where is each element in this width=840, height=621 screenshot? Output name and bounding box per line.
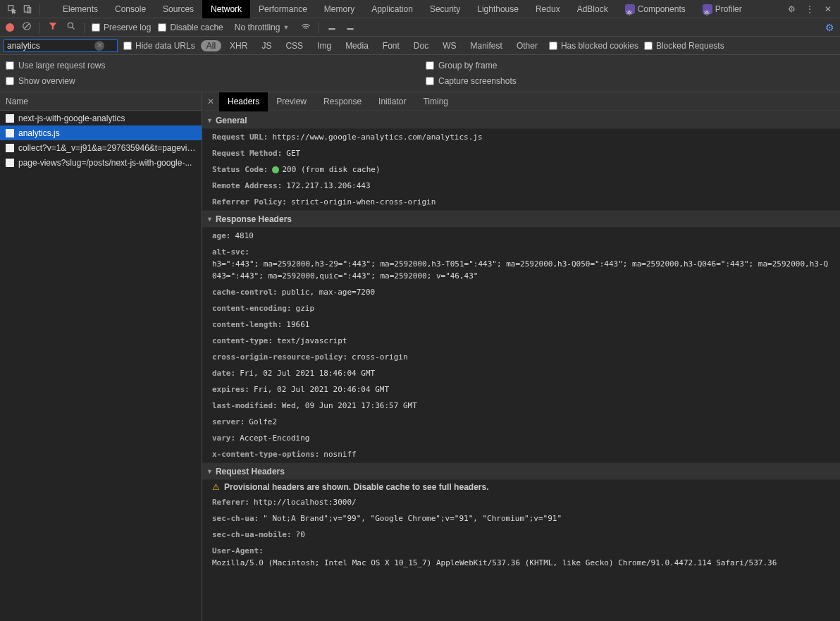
- device-toolbar-icon[interactable]: [20, 1, 35, 17]
- main-split: Name next-js-with-google-analyticsanalyt…: [0, 92, 840, 621]
- svg-line-4: [25, 24, 30, 29]
- header-value: 19661: [286, 319, 309, 331]
- panel-tab-redux[interactable]: Redux: [527, 0, 569, 18]
- throttling-dropdown[interactable]: No throttling▼: [230, 23, 294, 32]
- panel-tab-elements[interactable]: Elements: [54, 0, 106, 18]
- warning-icon: ⚠: [212, 482, 220, 492]
- file-icon: [6, 129, 14, 137]
- panel-tab-security[interactable]: Security: [421, 0, 469, 18]
- section-header[interactable]: ▼General: [202, 111, 840, 129]
- request-row[interactable]: analytics.js: [0, 125, 202, 140]
- filter-icon[interactable]: [47, 21, 58, 33]
- header-value: h3=":443"; ma=2592000,h3-29=":443"; ma=2…: [212, 258, 830, 282]
- header-key: Request Method:: [212, 147, 282, 159]
- network-toolbar: Preserve log Disable cache No throttling…: [0, 18, 840, 37]
- header-value: http://localhost:3000/: [254, 496, 357, 508]
- header-value: 4810: [235, 230, 254, 242]
- panel-tab-memory[interactable]: Memory: [316, 0, 363, 18]
- has-blocked-cookies-checkbox[interactable]: Has blocked cookies: [549, 41, 638, 51]
- type-filter-ws[interactable]: WS: [437, 40, 462, 51]
- search-icon[interactable]: [66, 21, 77, 33]
- header-key: Status Code:: [212, 164, 268, 176]
- detail-tab-timing[interactable]: Timing: [414, 92, 457, 111]
- header-value: 200 (from disk cache): [272, 164, 380, 176]
- header-row: Remote Address:172.217.13.206:443: [202, 178, 840, 194]
- large-rows-checkbox[interactable]: Use large request rows: [6, 58, 414, 73]
- type-filter-other[interactable]: Other: [511, 40, 543, 51]
- header-row: last-modified:Wed, 09 Jun 2021 17:36:57 …: [202, 398, 840, 414]
- request-row[interactable]: page-views?slug=/posts/next-js-with-goog…: [0, 155, 202, 170]
- group-by-frame-checkbox[interactable]: Group by frame: [426, 58, 834, 73]
- panel-tab-lighthouse[interactable]: Lighthouse: [469, 0, 527, 18]
- type-filter-font[interactable]: Font: [377, 40, 405, 51]
- header-key: User-Agent:: [212, 545, 264, 557]
- panel-tab-application[interactable]: Application: [363, 0, 421, 18]
- type-filter-doc[interactable]: Doc: [408, 40, 434, 51]
- network-settings-icon[interactable]: ⚙: [825, 22, 834, 33]
- detail-tab-headers[interactable]: Headers: [219, 92, 268, 111]
- panel-tab-sources[interactable]: Sources: [154, 0, 202, 18]
- panel-tab-console[interactable]: Console: [106, 0, 154, 18]
- react-icon: [703, 4, 712, 14]
- detail-tab-initiator[interactable]: Initiator: [370, 92, 414, 111]
- header-value: cross-origin: [352, 351, 407, 363]
- type-filter-img[interactable]: Img: [311, 40, 337, 51]
- clear-filter-icon[interactable]: ✕: [94, 41, 104, 51]
- disclosure-triangle-icon: ▼: [206, 117, 213, 124]
- close-detail-icon[interactable]: ✕: [202, 97, 219, 106]
- type-filter-css[interactable]: CSS: [280, 40, 309, 51]
- settings-icon[interactable]: ⚙: [785, 4, 798, 14]
- type-filter-all[interactable]: All: [201, 40, 221, 51]
- more-icon[interactable]: ⋮: [803, 4, 816, 14]
- type-filter-xhr[interactable]: XHR: [224, 40, 253, 51]
- header-row: cross-origin-resource-policy:cross-origi…: [202, 349, 840, 365]
- disable-cache-checkbox[interactable]: Disable cache: [158, 23, 223, 32]
- show-overview-checkbox[interactable]: Show overview: [6, 73, 414, 89]
- header-value: nosniff: [323, 448, 356, 460]
- detail-tab-response[interactable]: Response: [315, 92, 370, 111]
- panel-tab-profiler[interactable]: Profiler: [694, 0, 751, 18]
- record-button[interactable]: [6, 23, 14, 32]
- capture-screenshots-checkbox[interactable]: Capture screenshots: [426, 73, 834, 89]
- panel-tab-performance[interactable]: Performance: [250, 0, 316, 18]
- inspect-element-icon[interactable]: [4, 1, 20, 17]
- header-value: Golfe2: [249, 416, 277, 428]
- type-filter-media[interactable]: Media: [340, 40, 374, 51]
- header-row: content-length:19661: [202, 316, 840, 333]
- header-value: public, max-age=7200: [282, 286, 375, 298]
- section-header[interactable]: ▼Request Headers: [202, 462, 840, 480]
- request-row[interactable]: next-js-with-google-analytics: [0, 111, 202, 125]
- svg-rect-1: [24, 5, 29, 11]
- clear-icon[interactable]: [21, 21, 32, 33]
- hide-data-urls-checkbox[interactable]: Hide data URLs: [123, 41, 195, 51]
- header-value: text/javascript: [277, 335, 347, 347]
- panel-tab-adblock[interactable]: AdBlock: [569, 0, 617, 18]
- name-column-header[interactable]: Name: [0, 92, 202, 111]
- header-key: Referrer Policy:: [212, 196, 287, 208]
- section-header[interactable]: ▼Response Headers: [202, 210, 840, 228]
- request-row[interactable]: collect?v=1&_v=j91&a=297635946&t=pagevie…: [0, 140, 202, 155]
- detail-tab-preview[interactable]: Preview: [268, 92, 315, 111]
- close-devtools-icon[interactable]: ✕: [822, 4, 834, 14]
- type-filter-manifest[interactable]: Manifest: [465, 40, 508, 51]
- header-key: cross-origin-resource-policy:: [212, 351, 347, 363]
- import-icon[interactable]: [326, 21, 338, 33]
- preserve-log-checkbox[interactable]: Preserve log: [92, 23, 151, 32]
- filter-input[interactable]: [7, 41, 92, 51]
- header-row: vary:Accept-Encoding: [202, 430, 840, 446]
- header-key: last-modified:: [212, 400, 278, 412]
- header-key: age:: [212, 230, 231, 242]
- type-filter-js[interactable]: JS: [256, 40, 277, 51]
- network-conditions-icon[interactable]: [300, 21, 311, 33]
- header-key: server:: [212, 416, 245, 428]
- header-key: date:: [212, 367, 235, 379]
- blocked-requests-checkbox[interactable]: Blocked Requests: [644, 41, 724, 51]
- disclosure-triangle-icon: ▼: [206, 468, 213, 475]
- header-value: Accept-Encoding: [240, 432, 309, 444]
- panel-tab-components[interactable]: Components: [617, 0, 694, 18]
- export-icon[interactable]: [345, 21, 356, 33]
- header-key: expires:: [212, 383, 249, 395]
- disclosure-triangle-icon: ▼: [206, 216, 213, 223]
- panel-tab-network[interactable]: Network: [202, 0, 250, 18]
- header-row: sec-ch-ua:" Not;A Brand";v="99", "Google…: [202, 510, 840, 527]
